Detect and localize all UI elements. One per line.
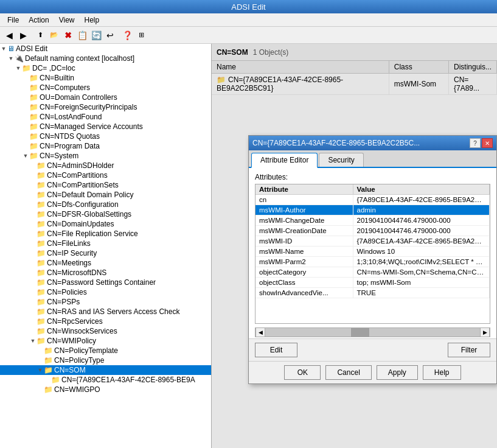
tree-item[interactable]: 📁CN=ComPartitionSets [0,180,211,190]
tree-item[interactable]: ▼📁CN=System [0,151,211,161]
attr-row[interactable]: cn {7A89CE1A-43AF-42CE-8965-BE9A2C2B5C91… [255,195,490,205]
horizontal-scrollbar[interactable]: ◀ ▶ [255,327,490,337]
tree-item[interactable]: 📁CN=IP Security [0,248,211,258]
tree-label: CN=File Replication Service [47,229,138,238]
scroll-left[interactable]: ◀ [255,327,265,337]
right-panel: CN=SOM 1 Object(s) Name Class Distinguis… [212,44,497,448]
tree-item[interactable]: 📁CN=WMIGPO [0,385,211,394]
expand-icon[interactable]: ▼ [36,367,44,373]
toolbar-forward[interactable]: ▶ [16,29,30,42]
expand-icon[interactable]: ▼ [22,153,29,159]
edit-button[interactable]: Edit [255,343,297,357]
attributes-table-container[interactable]: Attribute Value cn {7A89CE1A-43AF-42CE-8… [255,184,490,324]
attr-row[interactable]: msWMI-ChangeDate 20190410044746.479000-0… [255,215,490,226]
folder-icon: 📁 [36,307,46,316]
tree-item[interactable]: ▼📁CN=WMIPolicy [0,336,211,346]
attr-row[interactable]: showInAdvancedVie... TRUE [255,288,490,298]
folder-icon: 📁 [36,259,46,267]
tree-item[interactable]: 📁CN=MicrosoftDNS [0,268,211,278]
expand-icon[interactable]: ▼ [29,338,36,344]
attr-row[interactable]: msWMI-Name Windows 10 [255,247,490,257]
help-button[interactable]: Help [423,365,461,380]
tree-item[interactable]: 📁CN=ForeignSecurityPrincipals [0,102,211,112]
attr-cell-value: {7A89CE1A-43AF-42CE-8965-BE9A2C2B5C91} [353,236,490,247]
tree-label: CN=Default Domain Policy [47,191,133,199]
tree-label: Default naming context [localhost] [25,54,134,63]
tree-item[interactable]: 📁CN=PSPs [0,297,211,307]
tree-item[interactable]: 📁CN=Meetings [0,258,211,268]
tree-item[interactable]: 📁CN=DFSR-GlobalSettings [0,209,211,219]
tree-item[interactable]: 📁CN=Password Settings Container [0,278,211,287]
menu-file[interactable]: File [2,15,24,26]
tree-item[interactable]: ▼🖥ADSI Edit [0,44,211,54]
tree-item[interactable]: 📁CN=NTDS Quotas [0,131,211,141]
tree-item[interactable]: 📁CN=Program Data [0,141,211,151]
tree-item[interactable]: 📁CN=Builtin [0,73,211,83]
toolbar-help[interactable]: ❓ [120,29,134,42]
folder-icon: 📁 [36,268,46,277]
toolbar-export[interactable]: ↩ [103,29,117,42]
tree-item[interactable]: 📁CN=DomainUpdates [0,219,211,229]
tree-item[interactable]: 📁CN=Default Domain Policy [0,190,211,200]
menu-view[interactable]: View [54,15,80,26]
menu-action[interactable]: Action [24,15,54,26]
toolbar-view[interactable]: ⊞ [134,29,148,42]
toolbar-back[interactable]: ◀ [2,29,16,42]
tree-label: CN=ForeignSecurityPrincipals [40,103,137,111]
expand-icon[interactable]: ▼ [0,46,7,52]
expand-icon[interactable]: ▼ [7,55,15,61]
tree-label: CN=Password Settings Container [47,278,156,287]
expand-icon[interactable]: ▼ [15,65,22,71]
tab-security[interactable]: Security [319,153,363,167]
apply-button[interactable]: Apply [377,365,418,380]
tree-item[interactable]: ▼📁CN=SOM [0,365,211,375]
menu-help[interactable]: Help [80,15,105,26]
left-panel-tree[interactable]: ▼🖥ADSI Edit▼🔌Default naming context [loc… [0,44,212,448]
tree-item[interactable]: 📁CN={7A89CE1A-43AF-42CE-8965-BE9A [0,375,211,385]
modal-dialog: CN={7A89CE1A-43AF-42CE-8965-BE9A2C2B5C..… [248,135,497,384]
tree-item[interactable]: 📁CN=Dfs-Configuration [0,200,211,209]
toolbar: ◀ ▶ ⬆ 📂 ✖ 📋 🔄 ↩ ❓ ⊞ [0,27,497,44]
attr-row[interactable]: objectClass top; msWMI-Som [255,278,490,288]
tree-item[interactable]: 📁CN=AdminSDHolder [0,161,211,170]
scroll-thumb[interactable] [351,328,369,337]
modal-tabs: Attribute Editor Security [249,150,496,168]
filter-button[interactable]: Filter [448,343,490,357]
tree-item[interactable]: 📁CN=LostAndFound [0,112,211,122]
scroll-right[interactable]: ▶ [480,327,490,337]
tree-item[interactable]: 📁CN=Computers [0,83,211,93]
attr-row[interactable]: msWMI-Author admin [255,205,490,215]
modal-close-btn[interactable]: ✕ [482,138,493,148]
tree-item[interactable]: 📁CN=WinsockServices [0,326,211,336]
tab-attribute-editor[interactable]: Attribute Editor [251,153,318,168]
toolbar-refresh[interactable]: 🔄 [89,29,103,42]
attr-cell-attribute: cn [255,195,353,205]
tree-item[interactable]: 📁CN=Policies [0,287,211,297]
tree-item[interactable]: ▼📁DC= ,DC=loc [0,63,211,73]
attr-row[interactable]: msWMI-Parm2 1;3;10;84;WQL;root\CIMv2;SEL… [255,257,490,267]
toolbar-up[interactable]: ⬆ [33,29,47,42]
attr-row[interactable]: msWMI-CreationDate 20190410044746.479000… [255,226,490,236]
attr-row[interactable]: objectCategory CN=ms-WMI-Som,CN=Schema,C… [255,267,490,278]
modal-help-btn[interactable]: ? [470,138,481,148]
tree-item[interactable]: 📁CN=FileLinks [0,239,211,248]
tree-item[interactable]: 📁CN=ComPartitions [0,170,211,180]
folder-icon: 📁 [36,249,46,257]
toolbar-delete[interactable]: ✖ [61,29,75,42]
toolbar-properties[interactable]: 📋 [75,29,89,42]
tree-item[interactable]: 📁OU=Domain Controllers [0,93,211,102]
tree-item[interactable]: 📁CN=PolicyTemplate [0,346,211,355]
tree-item[interactable]: 📁CN=PolicyType [0,355,211,365]
toolbar-show-hide[interactable]: 📂 [47,29,61,42]
tree-item[interactable]: ▼🔌Default naming context [localhost] [0,54,211,63]
attr-row[interactable]: msWMI-ID {7A89CE1A-43AF-42CE-8965-BE9A2C… [255,236,490,247]
tree-item[interactable]: 📁CN=RpcServices [0,317,211,326]
cancel-button[interactable]: Cancel [325,365,371,380]
tree-item[interactable]: 📁CN=RAS and IAS Servers Access Check [0,307,211,317]
tree-item[interactable]: 📁CN=File Replication Service [0,229,211,239]
tree-label: CN={7A89CE1A-43AF-42CE-8965-BE9A [61,376,195,384]
ok-button[interactable]: OK [284,365,321,380]
scroll-track[interactable] [265,328,480,337]
attr-cell-value: admin [353,205,490,215]
tree-item[interactable]: 📁CN=Managed Service Accounts [0,122,211,131]
